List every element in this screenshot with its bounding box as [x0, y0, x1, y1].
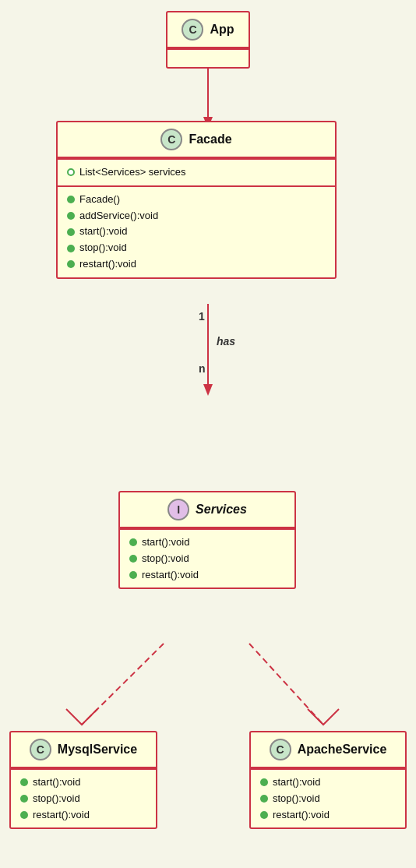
- mysql-stereotype: C: [30, 739, 51, 760]
- field-text: List<Services> services: [79, 164, 186, 181]
- method-text: restart():void: [79, 256, 136, 273]
- facade-methods: Facade() addService():void start():void …: [58, 185, 335, 277]
- method-text: addService():void: [79, 208, 158, 224]
- uml-diagram: C App C Facade List<Services> services F…: [0, 0, 416, 868]
- method-visibility-icon: [67, 212, 75, 220]
- facade-fields: List<Services> services: [58, 158, 335, 185]
- apache-class: C ApacheService start():void stop():void…: [249, 731, 407, 829]
- facade-header: C Facade: [58, 122, 335, 158]
- method-text: stop():void: [142, 551, 189, 567]
- method-text: stop():void: [79, 240, 127, 256]
- app-header: C App: [167, 12, 249, 48]
- multiplicity-one: 1: [199, 310, 205, 323]
- method-text: start():void: [142, 535, 189, 551]
- field-visibility-icon: [67, 168, 75, 176]
- facade-method-3: stop():void: [67, 240, 326, 256]
- apache-name: ApacheService: [298, 743, 387, 757]
- services-method-1: stop():void: [129, 551, 285, 567]
- app-stereotype: C: [182, 19, 203, 41]
- services-class: I Services start():void stop():void rest…: [118, 491, 296, 589]
- facade-class: C Facade List<Services> services Facade(…: [56, 121, 337, 279]
- mysql-class: C MysqlService start():void stop():void …: [9, 731, 157, 829]
- mysql-name: MysqlService: [58, 743, 137, 757]
- method-text: restart():void: [33, 807, 90, 824]
- apache-method-0: start():void: [260, 774, 396, 791]
- method-visibility-icon: [129, 571, 137, 579]
- facade-method-0: Facade(): [67, 192, 326, 208]
- mysql-method-1: stop():void: [20, 791, 146, 807]
- facade-field-0: List<Services> services: [67, 164, 326, 181]
- services-method-0: start():void: [129, 535, 285, 551]
- method-visibility-icon: [20, 778, 28, 786]
- services-stereotype: I: [167, 499, 189, 520]
- method-text: Facade(): [79, 192, 120, 208]
- method-visibility-icon: [129, 538, 137, 546]
- apache-method-1: stop():void: [260, 791, 396, 807]
- services-method-2: restart():void: [129, 567, 285, 584]
- association-label: has: [217, 335, 235, 348]
- method-visibility-icon: [20, 811, 28, 819]
- method-text: stop():void: [273, 791, 320, 807]
- mysql-methods: start():void stop():void restart():void: [11, 768, 156, 827]
- facade-method-1: addService():void: [67, 208, 326, 224]
- services-methods: start():void stop():void restart():void: [120, 528, 294, 587]
- method-visibility-icon: [67, 260, 75, 268]
- method-text: stop():void: [33, 791, 80, 807]
- method-text: start():void: [273, 774, 320, 791]
- apache-header: C ApacheService: [251, 732, 405, 768]
- apache-method-2: restart():void: [260, 807, 396, 824]
- method-visibility-icon: [260, 778, 268, 786]
- svg-marker-3: [203, 384, 213, 396]
- multiplicity-n: n: [199, 362, 206, 375]
- facade-name: Facade: [189, 132, 231, 146]
- method-visibility-icon: [67, 228, 75, 236]
- app-class: C App: [166, 11, 250, 69]
- apache-stereotype: C: [270, 739, 291, 760]
- method-text: start():void: [33, 774, 80, 791]
- method-text: start():void: [79, 224, 127, 240]
- method-visibility-icon: [67, 196, 75, 203]
- method-text: restart():void: [142, 567, 199, 584]
- method-visibility-icon: [67, 245, 75, 252]
- facade-method-4: restart():void: [67, 256, 326, 273]
- method-visibility-icon: [129, 555, 137, 563]
- facade-stereotype: C: [160, 129, 182, 150]
- method-visibility-icon: [20, 795, 28, 803]
- svg-line-4: [82, 644, 164, 725]
- services-header: I Services: [120, 492, 294, 528]
- method-text: restart():void: [273, 807, 330, 824]
- facade-method-2: start():void: [67, 224, 326, 240]
- method-visibility-icon: [260, 795, 268, 803]
- mysql-method-2: restart():void: [20, 807, 146, 824]
- mysql-header: C MysqlService: [11, 732, 156, 768]
- app-name: App: [210, 23, 234, 37]
- services-name: Services: [196, 503, 247, 517]
- mysql-method-0: start():void: [20, 774, 146, 791]
- svg-line-5: [249, 644, 323, 725]
- apache-methods: start():void stop():void restart():void: [251, 768, 405, 827]
- method-visibility-icon: [260, 811, 268, 819]
